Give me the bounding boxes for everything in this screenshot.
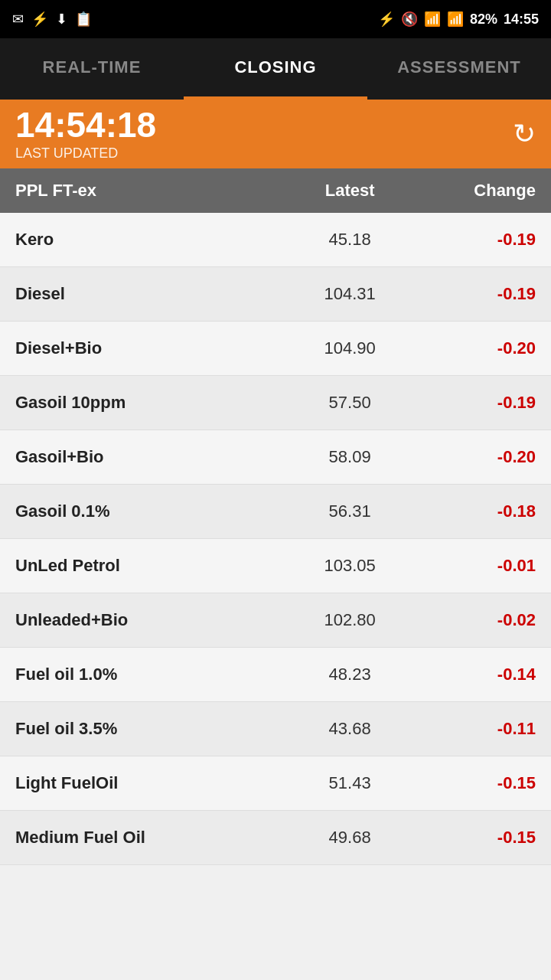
row-name: Fuel oil 1.0% [15,665,288,684]
col-header-change: Change [412,181,536,201]
row-name: Gasoil 0.1% [15,501,288,521]
row-change: -0.02 [412,610,536,630]
row-latest: 104.31 [288,284,412,304]
row-name: Diesel+Bio [15,338,288,358]
table-row: Kero45.18-0.19 [0,213,551,267]
row-latest: 57.50 [288,393,412,413]
row-latest: 49.68 [288,828,412,848]
table-row: UnLed Petrol103.05-0.01 [0,539,551,593]
row-name: Light FuelOil [15,773,288,793]
table-header: PPL FT-ex Latest Change [0,168,551,213]
table-row: Fuel oil 3.5%43.68-0.11 [0,702,551,756]
row-change: -0.19 [412,230,536,250]
row-change: -0.18 [412,501,536,521]
row-change: -0.11 [412,719,536,739]
row-latest: 104.90 [288,338,412,358]
col-header-latest: Latest [288,181,412,201]
usb-icon: ⚡ [31,11,48,28]
col-header-name: PPL FT-ex [15,181,288,201]
tab-assessment[interactable]: ASSESSMENT [367,38,551,100]
row-name: UnLed Petrol [15,556,288,576]
table-row: Diesel+Bio104.90-0.20 [0,322,551,376]
status-bar: ✉ ⚡ ⬇ 📋 ⚡ 🔇 📶 📶 82% 14:55 [0,0,551,38]
tab-closing[interactable]: CLOSING [184,38,367,100]
tab-realtime[interactable]: REAL-TIME [0,38,184,100]
download-icon: ⬇ [56,11,67,28]
wifi-icon: 📶 [424,11,441,28]
table-row: Diesel104.31-0.19 [0,267,551,322]
signal-icon: 📶 [447,11,464,28]
table-row: Gasoil 0.1%56.31-0.18 [0,485,551,539]
row-latest: 43.68 [288,719,412,739]
row-change: -0.14 [412,665,536,684]
refresh-button[interactable]: ↻ [513,118,536,150]
tab-bar: REAL-TIME CLOSING ASSESSMENT [0,38,551,100]
row-change: -0.20 [412,338,536,358]
row-change: -0.15 [412,828,536,848]
row-name: Medium Fuel Oil [15,828,288,848]
mute-icon: 🔇 [401,11,418,28]
row-change: -0.19 [412,284,536,304]
header-subtitle: LAST UPDATED [15,145,156,162]
table-row: Gasoil+Bio58.09-0.20 [0,430,551,485]
row-name: Gasoil+Bio [15,447,288,467]
row-change: -0.19 [412,393,536,413]
table-row: Fuel oil 1.0%48.23-0.14 [0,648,551,702]
row-latest: 51.43 [288,773,412,793]
table-body: Kero45.18-0.19Diesel104.31-0.19Diesel+Bi… [0,213,551,865]
row-latest: 56.31 [288,501,412,521]
row-latest: 103.05 [288,556,412,576]
clock: 14:55 [504,11,539,28]
table-row: Light FuelOil51.43-0.15 [0,756,551,811]
row-change: -0.01 [412,556,536,576]
email-icon: ✉ [12,11,24,28]
header-info: 14:54:18 LAST UPDATED [15,107,156,162]
row-name: Unleaded+Bio [15,610,288,630]
row-name: Fuel oil 3.5% [15,719,288,739]
row-latest: 45.18 [288,230,412,250]
row-latest: 58.09 [288,447,412,467]
row-latest: 102.80 [288,610,412,630]
row-name: Diesel [15,284,288,304]
battery-level: 82% [470,11,497,28]
table-row: Gasoil 10ppm57.50-0.19 [0,376,551,430]
header: 14:54:18 LAST UPDATED ↻ [0,100,551,168]
status-icons-right: ⚡ 🔇 📶 📶 82% 14:55 [378,11,539,28]
clipboard-icon: 📋 [75,11,92,28]
table-row: Medium Fuel Oil49.68-0.15 [0,811,551,865]
row-latest: 48.23 [288,665,412,684]
header-time: 14:54:18 [15,107,156,142]
bluetooth-icon: ⚡ [378,11,395,28]
row-name: Kero [15,230,288,250]
table-row: Unleaded+Bio102.80-0.02 [0,593,551,648]
row-change: -0.15 [412,773,536,793]
row-name: Gasoil 10ppm [15,393,288,413]
row-change: -0.20 [412,447,536,467]
status-icons-left: ✉ ⚡ ⬇ 📋 [12,11,92,28]
